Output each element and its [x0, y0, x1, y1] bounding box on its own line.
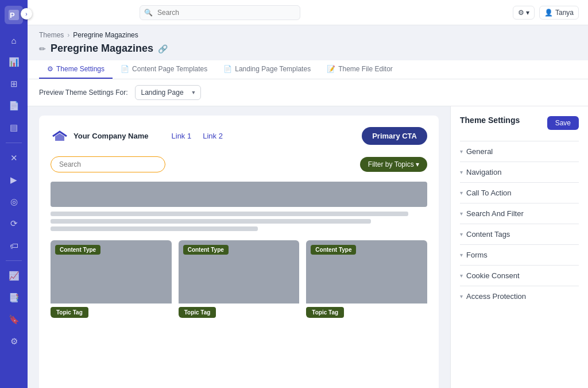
fake-nav: Your Company Name Link 1 Link 2 Primary … [51, 127, 427, 145]
fake-text-lines [51, 212, 427, 231]
svg-text:P: P [10, 11, 15, 20]
fake-text-line-2 [51, 219, 371, 224]
sidebar-toggle[interactable]: › [21, 8, 32, 20]
chevron-content-tags-icon: ▾ [460, 231, 463, 237]
breadcrumb-parent[interactable]: Themes [39, 31, 64, 39]
fake-filter-btn[interactable]: Filter by Topics ▾ [360, 157, 427, 172]
chevron-cta-icon: ▾ [460, 190, 463, 196]
body-split: Your Company Name Link 1 Link 2 Primary … [28, 106, 588, 388]
page-title-row: ✏ Peregrine Magazines 🔗 [28, 43, 588, 60]
search-input[interactable] [140, 5, 300, 20]
tab-landing-page-icon: 📄 [223, 65, 232, 73]
preview-settings-label: Preview Theme Settings For: [39, 89, 128, 97]
chevron-forms-icon: ▾ [460, 252, 463, 258]
tab-theme-settings-icon: ⚙ [47, 65, 53, 73]
fake-primary-cta[interactable]: Primary CTA [362, 127, 427, 145]
chevron-access-icon: ▾ [460, 293, 463, 299]
fake-card-1-img: Content Type [51, 240, 172, 304]
sidebar-item-chart[interactable]: 📊 [5, 53, 23, 71]
sidebar-item-bookmark[interactable]: 🔖 [5, 310, 23, 329]
sidebar: P › ⌂ 📊 ⊞ 📄 ▤ ✕ ▶ ◎ ⟳ 🏷 📈 📑 🔖 ⚙ [0, 0, 28, 388]
fake-nav-links: Link 1 Link 2 [172, 132, 223, 140]
tab-content-page-icon: 📄 [121, 65, 129, 73]
settings-section-cta-label: Call To Action [466, 189, 512, 197]
fake-card-3-tag-wrapper: Topic Tag [306, 304, 427, 318]
fake-company-name: Your Company Name [74, 132, 149, 140]
fake-nav-link1[interactable]: Link 1 [172, 132, 192, 140]
tab-landing-page-templates[interactable]: 📄 Landing Page Templates [215, 60, 319, 79]
fake-search-input[interactable] [51, 156, 165, 172]
fake-cards-grid: Content Type Topic Tag Content Type [51, 240, 427, 318]
fake-card-2-img: Content Type [179, 240, 300, 304]
fake-nav-link2[interactable]: Link 2 [203, 132, 223, 140]
gear-button[interactable]: ⚙ ▾ [513, 6, 535, 20]
fake-card-1-tag-wrapper: Topic Tag [51, 304, 172, 318]
chevron-general-icon: ▾ [460, 148, 463, 155]
search-container: 🔍 [140, 5, 300, 20]
gear-chevron: ▾ [526, 9, 529, 17]
settings-section-access[interactable]: ▾ Access Protection [460, 286, 579, 306]
settings-section-general-label: General [466, 147, 493, 156]
settings-section-general[interactable]: ▾ General [460, 141, 579, 162]
fake-card-2-content-type: Content Type [183, 245, 229, 255]
preview-select[interactable]: Landing Page Content Page [135, 85, 201, 100]
tab-theme-file-editor[interactable]: 📝 Theme File Editor [319, 60, 401, 79]
breadcrumb-separator: › [67, 31, 69, 39]
sidebar-item-home[interactable]: ⌂ [5, 31, 23, 49]
fake-card-3: Content Type Topic Tag [306, 240, 427, 318]
settings-section-content-tags[interactable]: ▾ Content Tags [460, 224, 579, 244]
settings-section-search-label: Search And Filter [466, 209, 524, 218]
settings-section-content-tags-label: Content Tags [466, 230, 510, 239]
sidebar-item-pages[interactable]: 📑 [5, 289, 23, 307]
tab-theme-file-label: Theme File Editor [338, 65, 393, 73]
fake-card-3-topic-tag: Topic Tag [306, 307, 344, 318]
sidebar-item-bar-chart[interactable]: 📈 [5, 267, 23, 285]
fake-text-line-3 [51, 226, 258, 231]
tab-landing-page-label: Landing Page Templates [235, 65, 311, 73]
fake-card-1: Content Type Topic Tag [51, 240, 172, 318]
tabs-bar: ⚙ Theme Settings 📄 Content Page Template… [28, 60, 588, 79]
sidebar-item-video[interactable]: ▶ [5, 171, 23, 189]
tab-content-page-label: Content Page Templates [132, 65, 207, 73]
tab-theme-settings[interactable]: ⚙ Theme Settings [39, 60, 113, 79]
sidebar-item-tools[interactable]: ✕ [5, 149, 23, 167]
sidebar-item-circle[interactable]: ◎ [5, 193, 23, 211]
fake-card-2: Content Type Topic Tag [179, 240, 300, 318]
fake-card-2-tag-wrapper: Topic Tag [179, 304, 300, 318]
fake-card-1-content-type: Content Type [55, 245, 100, 255]
pencil-icon: ✏ [39, 44, 46, 53]
tab-content-page-templates[interactable]: 📄 Content Page Templates [113, 60, 215, 79]
content-area: Themes › Peregrine Magazines ✏ Peregrine… [28, 25, 588, 388]
link-icon[interactable]: 🔗 [158, 44, 168, 53]
fake-card-3-content-type: Content Type [311, 245, 356, 255]
fake-logo: Your Company Name [51, 129, 149, 143]
main-area: 🔍 ⚙ ▾ 👤 Tanya Themes › Peregrine Magazin… [28, 0, 588, 388]
sidebar-item-layout[interactable]: ▤ [5, 118, 23, 137]
preview-card: Your Company Name Link 1 Link 2 Primary … [39, 116, 439, 388]
settings-bar: Preview Theme Settings For: Landing Page… [28, 79, 588, 106]
settings-panel-title: Theme Settings [460, 116, 520, 125]
sidebar-divider-1 [6, 143, 22, 143]
fake-card-2-topic-tag: Topic Tag [179, 307, 216, 318]
tab-theme-file-icon: 📝 [327, 65, 335, 73]
tab-theme-settings-label: Theme Settings [56, 65, 105, 73]
sidebar-item-doc[interactable]: 📄 [5, 97, 23, 115]
settings-section-cookie[interactable]: ▾ Cookie Consent [460, 265, 579, 286]
settings-section-forms[interactable]: ▾ Forms [460, 244, 579, 265]
settings-section-cta[interactable]: ▾ Call To Action [460, 182, 579, 203]
user-button[interactable]: 👤 Tanya [539, 6, 579, 20]
settings-section-navigation-label: Navigation [466, 168, 501, 176]
chevron-navigation-icon: ▾ [460, 169, 463, 175]
settings-section-search[interactable]: ▾ Search And Filter [460, 203, 579, 224]
settings-section-navigation[interactable]: ▾ Navigation [460, 162, 579, 182]
sidebar-item-tools2[interactable]: ⚙ [5, 332, 23, 351]
save-button[interactable]: Save [547, 116, 579, 130]
fake-card-1-topic-tag: Topic Tag [51, 307, 88, 318]
settings-section-access-label: Access Protection [466, 292, 526, 301]
sidebar-item-tag[interactable]: 🏷 [5, 236, 23, 255]
preview-select-wrapper: Landing Page Content Page [135, 85, 201, 100]
sidebar-item-grid[interactable]: ⊞ [5, 75, 23, 93]
topbar: 🔍 ⚙ ▾ 👤 Tanya [28, 0, 588, 25]
sidebar-item-layers[interactable]: ⟳ [5, 214, 23, 233]
user-icon: 👤 [544, 9, 553, 17]
